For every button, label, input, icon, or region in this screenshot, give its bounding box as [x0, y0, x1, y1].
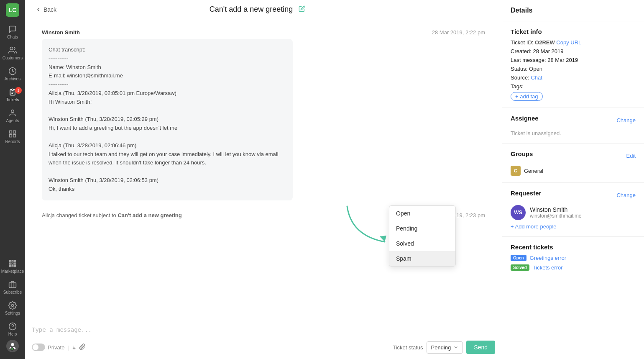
- assignee-title: Assignee: [511, 115, 539, 122]
- status-selector-button[interactable]: Pending: [427, 341, 463, 354]
- sidebar-label-settings: Settings: [5, 311, 20, 315]
- chat-transcript: Chat transcript: ----------- Name: Winst…: [42, 39, 293, 200]
- sidebar: LC Chats Customers Archives 1 Tickets Ag…: [0, 0, 25, 359]
- svg-rect-8: [13, 135, 16, 137]
- message-input[interactable]: [32, 322, 495, 337]
- edit-title-icon[interactable]: [299, 5, 305, 14]
- svg-rect-13: [10, 263, 11, 264]
- requester-change-button[interactable]: Change: [616, 192, 636, 198]
- sidebar-item-tickets[interactable]: 1 Tickets: [0, 85, 25, 105]
- groups-edit-button[interactable]: Edit: [626, 153, 636, 159]
- private-toggle[interactable]: Private: [32, 344, 64, 351]
- attachment-icon[interactable]: [79, 344, 86, 351]
- created-row: Created: 28 Mar 2019: [511, 48, 636, 54]
- status-btn-label: Pending: [431, 344, 451, 351]
- svg-rect-9: [10, 135, 12, 137]
- requester-info: WS Winston Smith winston@smithmail.me: [511, 205, 636, 220]
- sidebar-item-help[interactable]: Help: [0, 319, 25, 340]
- svg-rect-14: [12, 263, 13, 264]
- user-avatar-wrap: [6, 340, 19, 356]
- app-logo: LC: [6, 3, 19, 17]
- sidebar-label-reports: Reports: [5, 139, 20, 144]
- status-row: Status: Open: [511, 66, 636, 72]
- sidebar-label-help: Help: [8, 332, 17, 336]
- message-block-1: Winston Smith 28 Mar 2019, 2:22 pm Chat …: [42, 29, 485, 200]
- ticket-badge-2: Solved: [511, 264, 529, 271]
- sidebar-item-settings[interactable]: Settings: [0, 298, 25, 319]
- last-message-row: Last message: 28 Mar 2019: [511, 57, 636, 63]
- created-value: 28 Mar 2019: [533, 48, 564, 54]
- sidebar-label-chats: Chats: [7, 35, 18, 39]
- copy-url-link[interactable]: Copy URL: [556, 39, 581, 46]
- sidebar-item-chats[interactable]: Chats: [0, 22, 25, 43]
- requester-details: Winston Smith winston@smithmail.me: [530, 206, 582, 219]
- add-more-people-link[interactable]: + Add more people: [511, 223, 636, 230]
- status-option-spam[interactable]: Spam: [389, 251, 455, 266]
- status-option-solved[interactable]: Solved: [389, 236, 455, 251]
- ticket-status-label: Ticket status: [393, 344, 423, 351]
- back-label: Back: [43, 6, 56, 13]
- sidebar-label-agents: Agents: [6, 118, 19, 123]
- sidebar-item-subscribe[interactable]: Subscribe: [0, 277, 25, 298]
- svg-rect-7: [13, 131, 16, 133]
- ticket-info-title: Ticket info: [511, 28, 636, 35]
- topbar: Back Can't add a new greeting: [25, 0, 502, 19]
- toggle-switch[interactable]: [32, 344, 45, 351]
- assignee-change-button[interactable]: Change: [616, 117, 636, 123]
- source-label: Source:: [511, 74, 529, 81]
- add-tag-button[interactable]: + add tag: [511, 92, 543, 101]
- system-subject: Can't add a new greeting: [118, 212, 181, 218]
- chat-content: Winston Smith 28 Mar 2019, 2:22 pm Chat …: [25, 19, 502, 317]
- topbar-left: Back: [35, 6, 56, 13]
- requester-header: Requester Change: [511, 190, 636, 201]
- svg-rect-15: [14, 263, 15, 264]
- groups-header: Groups Edit: [511, 150, 636, 162]
- svg-point-5: [11, 110, 14, 113]
- send-button[interactable]: Send: [466, 341, 495, 354]
- status-option-pending[interactable]: Pending: [389, 221, 455, 236]
- input-toolbar: Private | # Ticket status Pending Send: [32, 341, 495, 354]
- created-label: Created:: [511, 48, 532, 54]
- sidebar-item-agents[interactable]: Agents: [0, 105, 25, 126]
- requester-section: Requester Change WS Winston Smith winsto…: [502, 183, 644, 237]
- svg-rect-6: [10, 131, 12, 133]
- svg-rect-18: [14, 265, 15, 267]
- system-text-prefix: Alicja changed ticket subject to: [42, 212, 118, 218]
- hashtag-icon[interactable]: #: [73, 344, 76, 351]
- svg-point-20: [12, 305, 14, 307]
- status-option-open[interactable]: Open: [389, 206, 455, 221]
- sidebar-item-reports[interactable]: Reports: [0, 126, 25, 147]
- message-time-1: 28 Mar 2019, 2:22 pm: [432, 29, 485, 36]
- sidebar-item-marketplace[interactable]: Marketplace: [0, 256, 25, 277]
- svg-rect-10: [10, 261, 11, 262]
- sidebar-label-tickets: Tickets: [6, 97, 19, 102]
- assignee-section: Assignee Change Ticket is unassigned.: [502, 108, 644, 144]
- sidebar-item-archives[interactable]: Archives: [0, 64, 25, 85]
- page-title-area: Can't add a new greeting: [210, 5, 306, 14]
- source-row: Source: Chat: [511, 74, 636, 81]
- input-toolbar-right: Ticket status Pending Send: [393, 341, 495, 354]
- back-button[interactable]: Back: [35, 6, 56, 13]
- ticket-info-section: Ticket info Ticket ID: O2REW Copy URL Cr…: [502, 21, 644, 108]
- groups-title: Groups: [511, 150, 533, 157]
- sidebar-label-marketplace: Marketplace: [1, 269, 24, 274]
- svg-rect-16: [10, 265, 11, 267]
- ticket-id-row: Ticket ID: O2REW Copy URL: [511, 39, 636, 46]
- sidebar-item-customers[interactable]: Customers: [0, 43, 25, 64]
- private-label: Private: [48, 344, 64, 351]
- sidebar-label-archives: Archives: [5, 77, 20, 81]
- recent-ticket-1: Open Greetings error: [511, 255, 636, 261]
- ticket-link-2[interactable]: Tickets error: [533, 264, 563, 271]
- main-content: Back Can't add a new greeting Winston Sm…: [25, 0, 502, 359]
- svg-rect-2: [12, 89, 14, 90]
- tickets-badge: 1: [15, 87, 22, 94]
- ticket-link-1[interactable]: Greetings error: [530, 255, 566, 261]
- svg-rect-19: [9, 283, 16, 288]
- requester-avatar: WS: [511, 205, 526, 220]
- source-value[interactable]: Chat: [531, 74, 542, 81]
- requester-title: Requester: [511, 190, 541, 197]
- ticket-id-label: Ticket ID:: [511, 39, 533, 46]
- group-icon: G: [511, 166, 521, 176]
- svg-marker-23: [380, 236, 386, 242]
- message-meta-1: Winston Smith 28 Mar 2019, 2:22 pm: [42, 29, 485, 36]
